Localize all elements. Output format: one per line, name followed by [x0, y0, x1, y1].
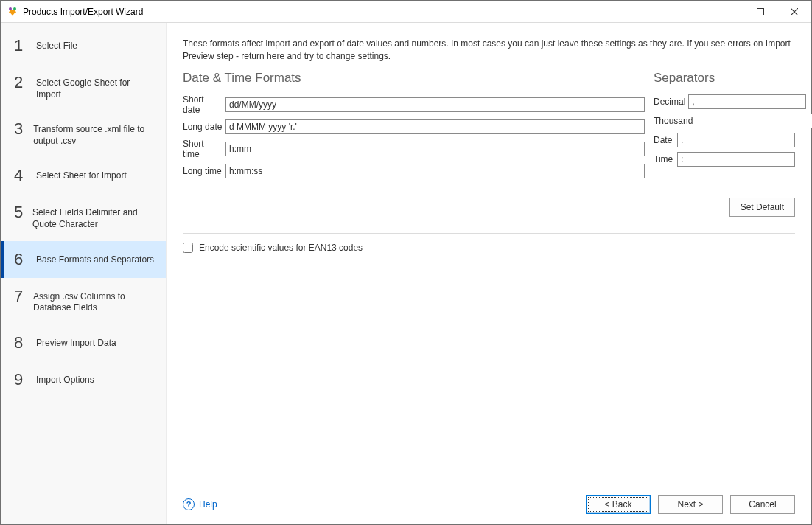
step-preview[interactable]: 8 Preview Import Data	[1, 324, 166, 361]
close-button[interactable]	[777, 1, 811, 22]
svg-point-0	[9, 7, 12, 10]
long-time-input[interactable]	[225, 164, 645, 178]
step-label: Select Fields Delimiter and Quote Charac…	[32, 204, 157, 230]
cancel-button[interactable]: Cancel	[730, 495, 795, 514]
intro-text: These formats affect import and export o…	[183, 38, 795, 63]
thousand-label: Thousand	[654, 116, 696, 126]
footer: ? Help < Back Next > Cancel	[183, 486, 795, 514]
steps-sidebar: 1 Select File 2 Select Google Sheet for …	[1, 23, 167, 524]
decimal-row: Decimal	[654, 94, 795, 109]
step-number: 7	[14, 288, 24, 305]
long-date-label: Long date	[183, 122, 225, 132]
close-icon	[791, 8, 798, 15]
step-number: 3	[14, 121, 24, 137]
encode-checkbox-label: Encode scientific values for EAN13 codes	[199, 243, 363, 253]
headings-row: Date & Time Formats Separators	[183, 71, 795, 86]
step-label: Import Options	[36, 372, 94, 386]
step-number: 8	[14, 335, 27, 351]
thousand-input[interactable]	[696, 114, 812, 128]
step-import-options[interactable]: 9 Import Options	[1, 361, 166, 398]
maximize-button[interactable]	[743, 1, 777, 22]
step-label: Preview Import Data	[36, 335, 116, 350]
wizard-window: Products Import/Export Wizard 1 Select F…	[0, 0, 812, 525]
long-time-row: Long time	[183, 164, 645, 178]
window-title: Products Import/Export Wizard	[23, 7, 143, 17]
back-button[interactable]: < Back	[586, 495, 651, 514]
step-select-google-sheet[interactable]: 2 Select Google Sheet for Import	[1, 64, 166, 111]
date-sep-row: Date	[654, 133, 795, 147]
step-label: Select Sheet for Import	[36, 167, 127, 182]
svg-point-1	[13, 7, 16, 10]
step-select-file[interactable]: 1 Select File	[1, 27, 166, 64]
long-time-label: Long time	[183, 166, 225, 176]
time-sep-input[interactable]	[677, 152, 795, 167]
decimal-input[interactable]	[688, 94, 806, 109]
set-default-row: Set Default	[183, 198, 795, 217]
step-number: 9	[14, 372, 27, 388]
divider	[183, 233, 795, 234]
body: 1 Select File 2 Select Google Sheet for …	[1, 23, 811, 524]
step-number: 5	[14, 204, 24, 220]
short-time-row: Short time	[183, 139, 645, 159]
short-time-label: Short time	[183, 139, 225, 159]
short-date-label: Short date	[183, 94, 225, 115]
help-label: Help	[199, 499, 217, 510]
step-number: 4	[14, 167, 27, 184]
step-number: 2	[14, 74, 27, 91]
next-button[interactable]: Next >	[658, 495, 723, 514]
date-sep-input[interactable]	[677, 133, 795, 147]
step-number: 1	[14, 38, 27, 54]
datetime-heading: Date & Time Formats	[183, 71, 301, 86]
step-label: Assign .csv Columns to Database Fields	[33, 288, 157, 314]
date-sep-label: Date	[654, 135, 677, 145]
separators-heading: Separators	[654, 71, 795, 86]
maximize-icon	[757, 8, 764, 15]
window-controls	[743, 1, 811, 22]
time-sep-row: Time	[654, 152, 795, 167]
long-date-input[interactable]	[225, 119, 645, 134]
step-select-sheet[interactable]: 4 Select Sheet for Import	[1, 157, 166, 194]
thousand-row: Thousand	[654, 114, 795, 128]
decimal-label: Decimal	[654, 97, 688, 107]
step-transform-xml[interactable]: 3 Transform source .xml file to output .…	[1, 111, 166, 157]
svg-rect-2	[757, 8, 764, 15]
encode-checkbox-row[interactable]: Encode scientific values for EAN13 codes	[183, 243, 795, 253]
help-link[interactable]: ? Help	[183, 498, 217, 510]
main-panel: These formats affect import and export o…	[167, 23, 811, 524]
step-base-formats[interactable]: 6 Base Formats and Separators	[1, 241, 166, 278]
step-assign-columns[interactable]: 7 Assign .csv Columns to Database Fields	[1, 278, 166, 324]
separators-column: Decimal Thousand Date Time	[654, 94, 795, 183]
short-date-row: Short date	[183, 94, 645, 115]
time-sep-label: Time	[654, 154, 677, 164]
step-label: Transform source .xml file to output .cs…	[33, 121, 157, 147]
short-time-input[interactable]	[225, 142, 645, 156]
long-date-row: Long date	[183, 119, 645, 134]
set-default-button[interactable]: Set Default	[729, 198, 795, 217]
step-label: Select File	[36, 38, 77, 52]
datetime-column: Short date Long date Short time Long tim…	[183, 94, 645, 183]
step-label: Select Google Sheet for Import	[36, 74, 157, 100]
step-delimiter[interactable]: 5 Select Fields Delimiter and Quote Char…	[1, 194, 166, 240]
encode-checkbox[interactable]	[183, 243, 193, 253]
short-date-input[interactable]	[225, 97, 645, 112]
help-icon: ?	[183, 498, 195, 510]
titlebar: Products Import/Export Wizard	[1, 1, 811, 23]
app-icon	[7, 6, 18, 18]
step-label: Base Formats and Separators	[36, 251, 154, 266]
formats-area: Short date Long date Short time Long tim…	[183, 94, 795, 183]
step-number: 6	[14, 251, 27, 268]
